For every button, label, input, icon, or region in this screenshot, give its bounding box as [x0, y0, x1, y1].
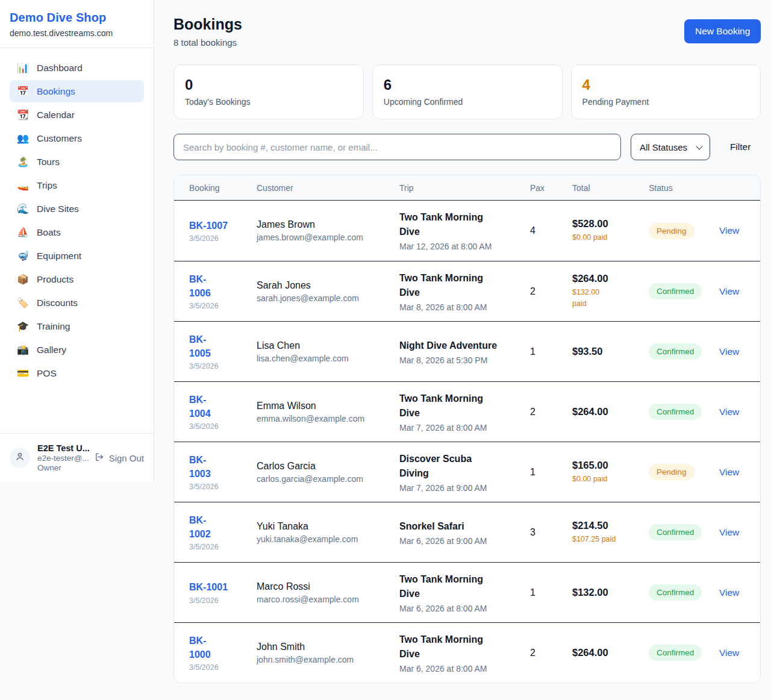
brand-domain: demo.test.divestreams.com: [10, 28, 144, 38]
new-booking-button[interactable]: New Booking: [684, 19, 761, 43]
sidebar-item-customers[interactable]: 👥 Customers: [10, 127, 144, 149]
booking-date: 3/5/2026: [189, 596, 251, 605]
total-amount: $214.50: [572, 520, 643, 531]
pax-count: 1: [530, 467, 572, 478]
trip-name: Snorkel Safari: [399, 519, 524, 534]
sidebar-item-discounts[interactable]: 🏷️ Discounts: [10, 292, 144, 314]
customer-name: Sarah Jones: [257, 280, 393, 291]
sidebar-item-gallery[interactable]: 📸 Gallery: [10, 339, 144, 361]
user-footer: E2E Test U... e2e-tester@... Owner Sign …: [0, 433, 154, 482]
trip-name: Two Tank Morning Dive: [399, 210, 524, 239]
sidebar-item-calendar[interactable]: 📆 Calendar: [10, 104, 144, 126]
sidebar-item-label: Boats: [37, 227, 61, 238]
status-badge: Confirmed: [649, 343, 702, 360]
sidebar-item-products[interactable]: 📦 Products: [10, 268, 144, 290]
trip-datetime: Mar 7, 2026 at 9:00 AM: [399, 483, 524, 493]
sidebar-item-label: Customers: [37, 133, 82, 144]
view-link[interactable]: View: [719, 286, 739, 296]
sidebar-item-training[interactable]: 🎓 Training: [10, 315, 144, 337]
user-name: E2E Test U...: [37, 443, 87, 453]
table-row: BK-1001 3/5/2026 Marco Rossi marco.rossi…: [174, 562, 760, 622]
stat-value: 6: [384, 77, 551, 93]
view-cell: View: [719, 407, 745, 417]
booking-date: 3/5/2026: [189, 302, 251, 310]
view-link[interactable]: View: [719, 467, 739, 477]
view-link[interactable]: View: [719, 527, 739, 537]
customer-email: john.smith@example.com: [257, 655, 393, 664]
trip-cell: Two Tank Morning Dive Mar 8, 2026 at 8:0…: [399, 271, 530, 312]
boats-icon: ⛵: [17, 227, 29, 238]
status-filter-select[interactable]: All Statuses: [631, 134, 710, 160]
booking-number-link[interactable]: BK- 1006: [189, 272, 211, 300]
status-select-wrap: All Statuses: [631, 134, 710, 160]
customer-cell: James Brown james.brown@example.com: [257, 219, 399, 242]
pax-count: 2: [530, 648, 572, 658]
booking-cell: BK-1001 3/5/2026: [189, 580, 257, 604]
booking-number-link[interactable]: BK- 1005: [189, 333, 211, 360]
total-bookings-count: 8 total bookings: [173, 37, 242, 48]
pax-count: 1: [530, 587, 572, 598]
booking-number-link[interactable]: BK- 1002: [189, 513, 211, 541]
products-icon: 📦: [17, 273, 29, 285]
total-amount: $132.00: [572, 587, 643, 598]
pax-count: 1: [530, 346, 572, 357]
sidebar-item-label: Training: [37, 321, 70, 332]
view-link[interactable]: View: [719, 407, 739, 417]
sidebar-item-pos[interactable]: 💳 POS: [10, 362, 144, 384]
trip-name: Two Tank Morning Dive: [399, 271, 524, 300]
sidebar-item-tours[interactable]: 🏝️ Tours: [10, 151, 144, 173]
sidebar-item-label: Dive Sites: [37, 204, 79, 214]
sidebar-item-equipment[interactable]: 🤿 Equipment: [10, 245, 144, 267]
table-body: BK-1007 3/5/2026 James Brown james.brown…: [174, 201, 760, 683]
customer-name: John Smith: [257, 642, 393, 652]
booking-cell: BK- 1004 3/5/2026: [189, 393, 257, 431]
booking-number-link[interactable]: BK- 1004: [189, 393, 211, 420]
view-cell: View: [719, 467, 745, 478]
trip-name: Two Tank Morning Dive: [399, 633, 524, 661]
sign-out-button[interactable]: Sign Out: [95, 452, 144, 464]
sidebar-nav: 📊 Dashboard 📅 Bookings 📆 Calendar 👥 Cust…: [0, 48, 154, 433]
booking-cell: BK- 1005 3/5/2026: [189, 333, 257, 370]
total-cell: $528.00 $0.00 paid: [572, 218, 649, 243]
view-link[interactable]: View: [719, 346, 739, 357]
view-link[interactable]: View: [719, 648, 739, 658]
customers-icon: 👥: [17, 133, 29, 144]
tours-icon: 🏝️: [17, 156, 29, 167]
customer-name: Lisa Chen: [257, 340, 393, 351]
stat-value: 4: [582, 77, 750, 93]
customer-cell: John Smith john.smith@example.com: [257, 642, 399, 664]
sidebar-item-dashboard[interactable]: 📊 Dashboard: [10, 57, 144, 79]
booking-number-link[interactable]: BK- 1000: [189, 634, 211, 661]
booking-number-link[interactable]: BK-1001: [189, 580, 228, 594]
total-amount: $165.00: [572, 460, 643, 471]
customer-name: Carlos Garcia: [257, 461, 393, 472]
trip-cell: Snorkel Safari Mar 6, 2026 at 9:00 AM: [399, 519, 530, 546]
paid-amount: $107.25 paid: [572, 534, 643, 545]
filter-button[interactable]: Filter: [720, 142, 761, 152]
view-link[interactable]: View: [719, 587, 739, 598]
sidebar-item-dive-sites[interactable]: 🌊 Dive Sites: [10, 198, 144, 220]
sidebar-item-bookings[interactable]: 📅 Bookings: [10, 80, 144, 102]
paid-amount: $0.00 paid: [572, 232, 643, 243]
booking-number-link[interactable]: BK-1007: [189, 219, 228, 233]
booking-date: 3/5/2026: [189, 234, 251, 243]
table-header-row: BookingCustomerTripPaxTotalStatus: [174, 175, 760, 201]
booking-number-link[interactable]: BK- 1003: [189, 453, 211, 481]
customer-email: lisa.chen@example.com: [257, 354, 393, 363]
trip-name: Two Tank Morning Dive: [399, 392, 524, 420]
booking-cell: BK-1007 3/5/2026: [189, 219, 257, 243]
customer-cell: Emma Wilson emma.wilson@example.com: [257, 401, 399, 423]
sidebar-item-label: Discounts: [37, 298, 78, 308]
trip-name: Discover Scuba Diving: [399, 452, 524, 481]
view-link[interactable]: View: [719, 225, 739, 236]
stat-label: Upcoming Confirmed: [384, 97, 551, 107]
total-amount: $528.00: [572, 218, 643, 230]
sidebar-item-trips[interactable]: 🚤 Trips: [10, 174, 144, 196]
customer-name: James Brown: [257, 219, 393, 230]
trip-name: Night Dive Adventure: [399, 339, 524, 353]
sidebar-item-boats[interactable]: ⛵ Boats: [10, 221, 144, 243]
customer-email: emma.wilson@example.com: [257, 414, 393, 423]
status-cell: Pending: [649, 464, 719, 480]
search-input[interactable]: [173, 134, 621, 160]
status-cell: Pending: [649, 223, 719, 239]
